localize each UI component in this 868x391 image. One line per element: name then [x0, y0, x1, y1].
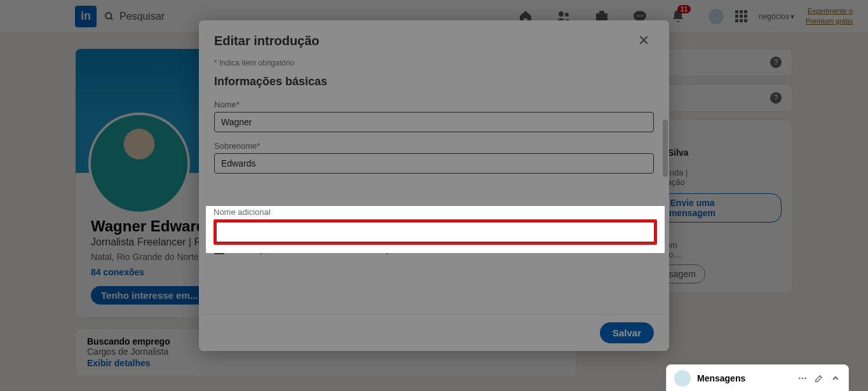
- modal-title: Editar introdução: [214, 34, 320, 48]
- last-name-field[interactable]: [214, 153, 654, 174]
- svg-point-10: [802, 377, 804, 379]
- first-name-field[interactable]: [214, 112, 654, 132]
- close-icon[interactable]: ✕: [634, 31, 654, 51]
- modal-body: * Indica item obrigatório Informações bá…: [199, 56, 669, 314]
- scroll-down-icon[interactable]: ▾: [661, 299, 665, 306]
- compose-icon[interactable]: [814, 373, 824, 383]
- required-hint: * Indica item obrigatório: [214, 58, 654, 67]
- svg-point-11: [804, 377, 806, 379]
- messaging-dock[interactable]: Mensagens: [666, 364, 849, 391]
- section-heading: Informações básicas: [214, 75, 654, 88]
- svg-point-9: [799, 377, 801, 379]
- additional-name-highlight: Nome adicional: [206, 206, 665, 253]
- avatar: [674, 370, 691, 387]
- more-icon[interactable]: [797, 373, 808, 383]
- first-name-label: Nome*: [214, 100, 654, 109]
- additional-name-field[interactable]: [216, 222, 654, 242]
- scrollbar-thumb[interactable]: [663, 120, 668, 177]
- additional-name-label: Nome adicional: [214, 207, 657, 217]
- edit-intro-modal: Editar introdução ✕ * Indica item obriga…: [199, 20, 669, 351]
- save-button[interactable]: Salvar: [600, 322, 654, 343]
- chevron-up-icon[interactable]: [831, 373, 841, 383]
- messaging-label: Mensagens: [697, 373, 745, 383]
- last-name-label: Sobrenome*: [214, 141, 654, 151]
